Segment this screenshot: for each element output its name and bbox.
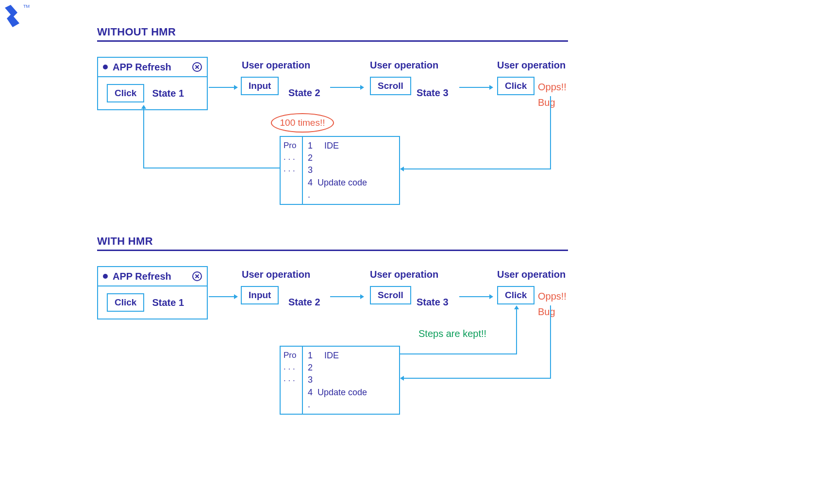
arrow-icon [400,96,555,174]
action-scroll: Scroll [370,77,411,95]
ide-line-num: 3 [308,164,367,176]
section-divider [97,40,568,42]
ide-code-text: Update code [317,178,367,187]
ide-line-num: . [308,399,367,411]
browser-tab-bar: APP Refresh [98,58,207,77]
user-operation-label: User operation [497,269,566,280]
ide-line-num: 4 [308,387,313,397]
action-click: Click [497,286,534,304]
close-icon [192,62,202,72]
tab-dot-icon [103,65,108,69]
ide-side-line: . . . [284,361,299,373]
ide-window: Pro . . . . . . 1IDE 2 3 4 Update code . [280,346,400,415]
ide-side-line: Pro [284,140,299,151]
arrow-icon [459,85,493,90]
arrow-icon [330,294,364,299]
user-operation-label: User operation [242,60,310,71]
state-label: State 1 [152,297,184,308]
user-operation-label: User operation [370,269,438,280]
user-operation-label: User operation [370,60,438,71]
ide-line-num: 2 [308,362,367,374]
state-label: State 1 [152,88,184,99]
ide-window: Pro . . . . . . 1IDE 2 3 4 Update code . [280,136,400,205]
ide-title: IDE [324,141,339,151]
bug-annotation: Opps!! [538,82,567,93]
ide-sidebar: Pro . . . . . . [281,137,303,204]
trademark-label: TM [23,4,30,9]
action-input: Input [241,77,279,95]
toptal-logo [4,4,23,30]
section-title-with: WITH HMR [97,235,153,248]
click-button[interactable]: Click [107,84,144,102]
ide-code-text: Update code [317,387,367,397]
callout-ellipse: 100 times!! [271,113,334,133]
ide-line-num: 4 [308,178,313,187]
arrow-icon [144,105,280,173]
browser-window: APP Refresh Click State 1 [97,266,208,319]
bug-annotation: Opps!! [538,291,567,302]
ide-body: 1IDE 2 3 4 Update code . [303,137,372,204]
arrow-icon [209,85,238,90]
tab-title: APP Refresh [113,62,171,73]
action-input: Input [241,286,279,304]
arrow-icon [400,305,521,359]
state-label: State 2 [288,87,320,99]
ide-sidebar: Pro . . . . . . [281,347,303,414]
arrow-icon [330,85,364,90]
user-operation-label: User operation [497,60,566,71]
ide-line-num: . [308,189,367,201]
section-divider [97,250,568,251]
action-scroll: Scroll [370,286,411,304]
ide-side-line: . . . [284,373,299,385]
action-click: Click [497,77,534,95]
browser-tab-bar: APP Refresh [98,267,207,286]
close-icon [192,271,202,281]
ide-title: IDE [324,351,339,360]
arrow-icon [459,294,493,299]
ide-line-num: 1 [308,351,313,360]
ide-line-num: 1 [308,141,313,151]
arrow-icon [209,294,238,299]
tab-title: APP Refresh [113,271,171,282]
browser-body: Click State 1 [98,286,207,319]
section-title-without: WITHOUT HMR [97,26,176,38]
ide-line-num: 2 [308,152,367,164]
user-operation-label: User operation [242,269,310,280]
state-label: State 2 [288,297,320,308]
ide-body: 1IDE 2 3 4 Update code . [303,347,372,414]
click-button[interactable]: Click [107,293,144,312]
ide-side-line: . . . [284,163,299,175]
ide-side-line: Pro [284,350,299,361]
ide-side-line: . . . [284,151,299,163]
tab-dot-icon [103,274,108,279]
browser-window: APP Refresh Click State 1 [97,57,208,110]
ide-line-num: 3 [308,374,367,386]
